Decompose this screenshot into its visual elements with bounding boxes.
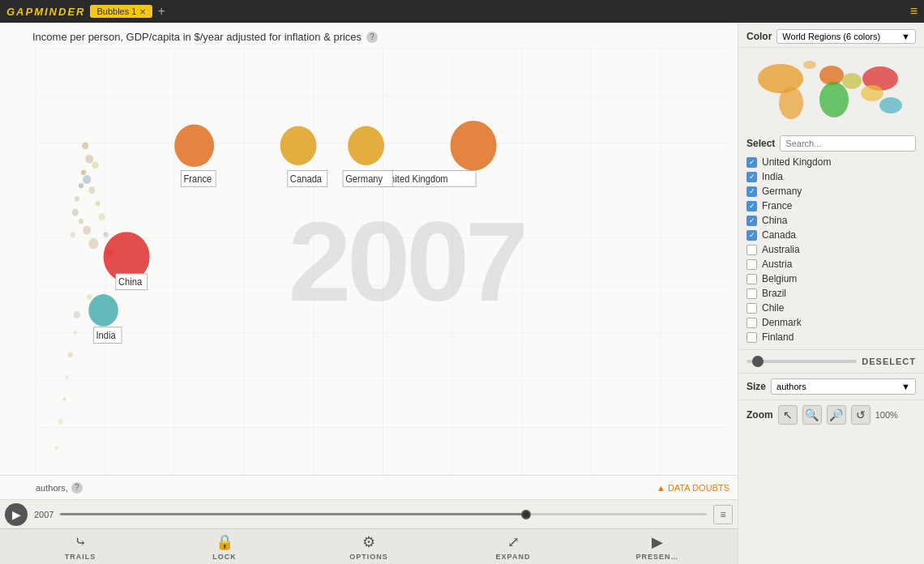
present-label: PRESEN…: [635, 553, 678, 561]
size-dropdown[interactable]: authors ▼: [771, 378, 916, 395]
color-label: Color: [746, 31, 772, 42]
present-icon: ▶: [652, 533, 663, 551]
zoom-in-button[interactable]: 🔍: [802, 405, 822, 425]
list-item-belgium: Belgium: [746, 271, 916, 286]
checkbox-austria[interactable]: [746, 259, 757, 270]
timeline-slider[interactable]: [60, 506, 707, 523]
svg-point-37: [98, 213, 105, 220]
timeline-list-icon[interactable]: ≡: [713, 505, 733, 524]
toolbar-expand[interactable]: ⤢ EXPAND: [489, 533, 537, 561]
checkbox-brazil[interactable]: [746, 288, 757, 299]
svg-point-49: [54, 446, 58, 450]
x-axis-help-icon[interactable]: ?: [71, 482, 83, 494]
trails-icon: ⤷: [75, 533, 87, 551]
list-item-brazil: Brazil: [746, 286, 916, 301]
expand-icon: ⤢: [507, 533, 520, 551]
country-name-austria: Austria: [762, 258, 792, 270]
zoom-reset-button[interactable]: ↺: [851, 405, 871, 425]
zoom-cursor-button[interactable]: ↖: [778, 405, 798, 425]
toolbar-present[interactable]: ▶ PRESEN…: [633, 533, 682, 561]
bubble-canada[interactable]: [280, 126, 317, 165]
size-label: Size: [746, 381, 766, 392]
checkbox-india[interactable]: [746, 172, 757, 182]
color-dropdown-arrow: ▼: [901, 32, 910, 41]
checkbox-france[interactable]: [746, 201, 757, 212]
tab-bubbles1[interactable]: Bubbles 1 ✕: [90, 5, 152, 18]
country-name-belgium: Belgium: [762, 273, 797, 284]
size-section: Size authors ▼: [738, 374, 924, 400]
chart-svg: 100k 50k 20k 10k 5000 2000 1000 500 200 …: [36, 48, 729, 475]
options-icon: ⚙: [362, 533, 375, 551]
deselect-label: DESELECT: [862, 357, 916, 366]
play-button[interactable]: ▶: [5, 503, 28, 526]
list-item-canada: Canada: [746, 228, 916, 242]
color-dropdown-value: World Regions (6 colors): [782, 32, 880, 41]
bubble-germany[interactable]: [348, 126, 384, 165]
svg-point-26: [85, 155, 93, 164]
tab-close-icon[interactable]: ✕: [139, 7, 146, 16]
checkbox-canada[interactable]: [746, 230, 757, 241]
deselect-slider[interactable]: [746, 360, 857, 363]
list-item-australia: Australia: [746, 242, 916, 257]
checkbox-uk[interactable]: [746, 157, 757, 168]
lock-label: LOCK: [212, 553, 237, 561]
svg-point-40: [71, 232, 75, 237]
country-name-australia: Australia: [762, 244, 800, 255]
list-item-france: France: [746, 199, 916, 213]
svg-point-28: [92, 162, 98, 169]
country-name-finland: Finland: [762, 331, 794, 343]
zoom-out-button[interactable]: 🔎: [827, 405, 846, 425]
svg-point-35: [79, 219, 83, 224]
svg-point-32: [95, 201, 100, 207]
lock-icon: 🔒: [216, 533, 233, 551]
toolbar-lock[interactable]: 🔒 LOCK: [200, 533, 249, 561]
svg-point-68: [861, 85, 883, 101]
bubble-india[interactable]: [88, 294, 118, 327]
checkbox-chile[interactable]: [746, 303, 757, 314]
country-list: United Kingdom India Germany France Chin…: [746, 155, 916, 344]
svg-point-70: [803, 61, 816, 69]
world-map: [746, 53, 917, 126]
main-content: Income per person, GDP/capita in $/year …: [0, 23, 924, 564]
svg-text:France: France: [183, 173, 212, 183]
svg-text:Germany: Germany: [345, 173, 383, 183]
hamburger-menu-icon[interactable]: ≡: [910, 4, 918, 19]
expand-label: EXPAND: [496, 553, 531, 561]
toolbar-trails[interactable]: ⤷ TRAILS: [56, 533, 105, 561]
toolbar-options[interactable]: ⚙ OPTIONS: [344, 533, 393, 561]
checkbox-australia[interactable]: [746, 245, 757, 255]
bottom-bar: authors, ? ▲ DATA DOUBTS: [0, 475, 738, 499]
checkbox-denmark[interactable]: [746, 318, 757, 328]
add-tab-button[interactable]: +: [157, 5, 165, 18]
country-name-canada: Canada: [762, 229, 796, 241]
color-dropdown[interactable]: World Regions (6 colors) ▼: [776, 29, 916, 44]
country-name-brazil: Brazil: [762, 288, 786, 299]
svg-point-63: [779, 87, 803, 119]
svg-point-29: [79, 183, 83, 189]
checkbox-finland[interactable]: [746, 332, 757, 343]
svg-point-66: [842, 73, 862, 89]
svg-point-25: [82, 142, 88, 149]
help-icon[interactable]: ?: [366, 32, 378, 43]
select-section: Select United Kingdom India Germany: [738, 130, 924, 350]
bubble-france[interactable]: [174, 124, 214, 167]
list-item-denmark: Denmark: [746, 315, 916, 330]
svg-point-34: [72, 209, 79, 216]
chart-title-bar: Income per person, GDP/capita in $/year …: [0, 29, 738, 48]
timeline-bar: ▶ 2007 ≡: [0, 499, 738, 528]
svg-point-30: [83, 175, 91, 184]
size-dropdown-arrow: ▼: [901, 382, 910, 391]
list-item-china: China: [746, 213, 916, 228]
list-item-germany: Germany: [746, 184, 916, 199]
chart-container: 2007 100k 50k 20k 1: [36, 48, 729, 475]
select-label: Select: [746, 138, 775, 149]
deselect-row: DESELECT: [738, 350, 924, 374]
bubble-uk[interactable]: [451, 121, 497, 170]
search-input[interactable]: [780, 135, 916, 152]
checkbox-belgium[interactable]: [746, 274, 757, 284]
svg-point-27: [81, 169, 86, 175]
list-item-austria: Austria: [746, 257, 916, 271]
data-doubts-button[interactable]: ▲ DATA DOUBTS: [657, 483, 729, 493]
checkbox-china[interactable]: [746, 216, 757, 226]
checkbox-germany[interactable]: [746, 186, 757, 197]
